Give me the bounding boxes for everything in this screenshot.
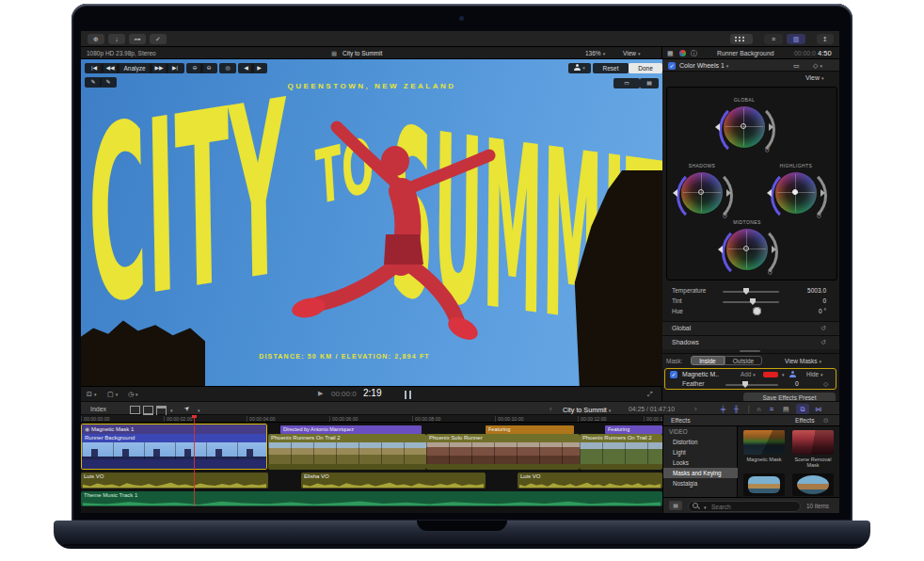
mask-color-swatch[interactable] [763, 372, 778, 377]
reset-icon[interactable]: ↺ [820, 339, 826, 346]
analyze-button[interactable]: Analyze [117, 63, 152, 73]
skip-forward-button[interactable]: ▶| [166, 63, 184, 73]
wheel-right-arrow-icon[interactable] [769, 123, 773, 131]
reset-icon[interactable]: ↺ [820, 325, 826, 332]
inspector-toggle-button[interactable]: ▥ [787, 34, 805, 44]
media-import-button[interactable]: ⊕ [88, 34, 104, 44]
hue-knob[interactable] [753, 307, 761, 315]
title-clip[interactable]: Featuring [605, 425, 662, 434]
video-clip[interactable]: Phoenix Runners On Trail 2 [268, 434, 426, 470]
magnetic-mask-item[interactable]: ✓ Magnetic M.. Add▾ ▾ Hide▾ Feather 0 ◇ [664, 368, 836, 390]
selected-clip-group[interactable]: ◉ Magnetic Mask 1 Runner Background [81, 424, 267, 470]
view-dropdown[interactable]: View▾ [623, 50, 641, 56]
filter-circle-icon[interactable]: ⊙ [823, 417, 829, 425]
zoom-level-dropdown[interactable]: 136%▾ [585, 50, 605, 56]
trim-tool-icon[interactable]: ╪ [721, 406, 725, 412]
effect-name-dropdown[interactable]: Color Wheels 1▾ [679, 62, 728, 69]
category-looks[interactable]: Looks [663, 457, 739, 468]
effect-thumbnail-scene-removal-mask[interactable] [792, 430, 834, 455]
info-inspector-tab[interactable]: ⓘ [691, 50, 697, 56]
temperature-thumb[interactable] [743, 288, 749, 295]
temperature-slider[interactable] [723, 291, 779, 293]
effect-checkbox[interactable]: ✓ [668, 62, 676, 70]
wheels-view-dropdown[interactable]: View▾ [805, 74, 824, 81]
import-button[interactable]: ↓ [108, 34, 125, 44]
feather-slider[interactable] [725, 384, 778, 386]
mask-inside-tab[interactable]: Inside [691, 356, 725, 365]
solo-headphones-icon[interactable]: ∩ [757, 406, 761, 412]
mask-icon[interactable]: ▭ [793, 62, 800, 69]
skimming-icon[interactable]: = [770, 406, 773, 412]
playhead[interactable] [194, 415, 195, 506]
effect-thumbnail-vignette-mask[interactable] [743, 473, 785, 496]
background-tasks-button[interactable]: ✓ [150, 34, 167, 44]
timeline-toggle-button[interactable]: ≡ [764, 34, 783, 44]
mask-hide-dropdown[interactable]: Hide▾ [806, 371, 822, 377]
transform-tool-dropdown[interactable]: ⊡▾ [87, 391, 96, 397]
music-clip[interactable]: Theme Music Track 1 [81, 491, 662, 506]
view-masks-dropdown[interactable]: View Masks▾ [785, 358, 821, 364]
effect-thumbnail-oval-mask[interactable] [792, 473, 834, 496]
category-nostalgia[interactable]: Nostalgia [663, 478, 739, 489]
remove-area-button-2[interactable]: ⊖ [200, 63, 217, 73]
play-button[interactable]: ▶ [318, 390, 323, 397]
category-distortion[interactable]: Distortion [663, 437, 739, 447]
category-masks-and-keying[interactable]: Masks and Keying [663, 468, 739, 478]
reset-icon[interactable]: ↺ [816, 213, 821, 220]
mask-add-dropdown[interactable]: Add▾ [741, 371, 756, 377]
viewer-expand-button[interactable]: ⤢ [647, 391, 653, 397]
keyframe-diamond-icon[interactable]: ◇ [823, 380, 828, 388]
sidebar-toggle-button[interactable]: ▤ [669, 501, 682, 510]
title-clip[interactable]: Directed by Antonio Manriquez [280, 425, 422, 434]
video-clip[interactable]: Phoenix Solo Runner [426, 434, 580, 470]
crop-tool-dropdown[interactable]: ▢▾ [107, 391, 118, 397]
subject-picker-button[interactable]: ▾ [568, 63, 591, 73]
mask-outside-tab[interactable]: Outside [725, 356, 762, 365]
clip-appearance-icon-1[interactable] [130, 406, 140, 414]
viewer-canvas[interactable]: QUEENSTOWN, NEW ZEALAND CITY TO SUMMIT [81, 59, 662, 386]
erase-stroke-button[interactable]: ✎ [100, 77, 117, 88]
timeline-ruler[interactable]: 00:00:00:00 00:00:02:00 00:00:04:00 00:0… [81, 415, 662, 423]
search-input[interactable] [709, 502, 789, 512]
video-inspector-tab[interactable]: ▦ [667, 50, 674, 56]
feather-thumb[interactable] [742, 381, 748, 388]
global-section[interactable]: Global ↺ [662, 321, 839, 335]
category-light[interactable]: Light [663, 447, 739, 457]
done-button[interactable]: Done [629, 63, 662, 73]
keyword-editor-button[interactable]: ⊶ [129, 34, 146, 44]
next-item-button[interactable]: ▶ [251, 63, 267, 73]
color-inspector-tab[interactable] [679, 50, 686, 56]
keyframe-icon[interactable]: ◇▾ [813, 62, 822, 69]
magnetic-mask-clip[interactable]: ◉ Magnetic Mask 1 [82, 425, 266, 434]
transitions-browser-button[interactable]: ⋈ [815, 406, 821, 413]
video-clip[interactable]: Phoenix Runners On Trail 2 [580, 434, 662, 470]
next-project-button[interactable]: › [694, 405, 697, 413]
shadows-section[interactable]: Shadows ↺ [662, 335, 839, 349]
reset-icon[interactable]: ↺ [767, 269, 773, 277]
mask-checkbox[interactable]: ✓ [670, 371, 677, 378]
effects-browser-button[interactable]: ⧉ [796, 404, 809, 414]
reset-icon[interactable]: ↺ [764, 147, 770, 154]
reset-button[interactable]: Reset [593, 63, 629, 73]
category-video[interactable]: VIDEO [663, 426, 739, 437]
highlights-wheel[interactable]: HIGHLIGHTS ↺ [768, 165, 824, 221]
wheel-left-arrow-icon[interactable] [715, 123, 720, 131]
scrollbar[interactable] [740, 350, 760, 352]
target-button[interactable]: ◎ [219, 63, 236, 73]
global-wheel[interactable]: GLOBAL ↺ [716, 99, 773, 155]
tint-thumb[interactable] [750, 298, 756, 305]
roll-tool-icon[interactable]: ╫ [734, 406, 739, 412]
clip-appearance-icon[interactable]: ▤ [783, 406, 789, 413]
audio-clip[interactable]: Luis VO [518, 473, 662, 489]
audio-clip[interactable]: Luis VO [81, 473, 268, 489]
project-dropdown[interactable]: City to Summit▾ [563, 406, 611, 414]
share-button[interactable]: ↥ [817, 34, 834, 44]
select-tool-icon[interactable]: ➤ [183, 404, 192, 413]
mask-preview-button[interactable]: ▭ [613, 78, 640, 88]
search-field[interactable]: ▾ [688, 501, 801, 512]
index-button[interactable]: Index [90, 406, 106, 412]
audio-clip[interactable]: Elisha VO [301, 473, 486, 489]
browser-toggle-button[interactable] [730, 34, 753, 44]
overlay-appearance-button[interactable]: ▤ [640, 78, 659, 88]
title-clip[interactable]: Featuring [486, 425, 574, 434]
